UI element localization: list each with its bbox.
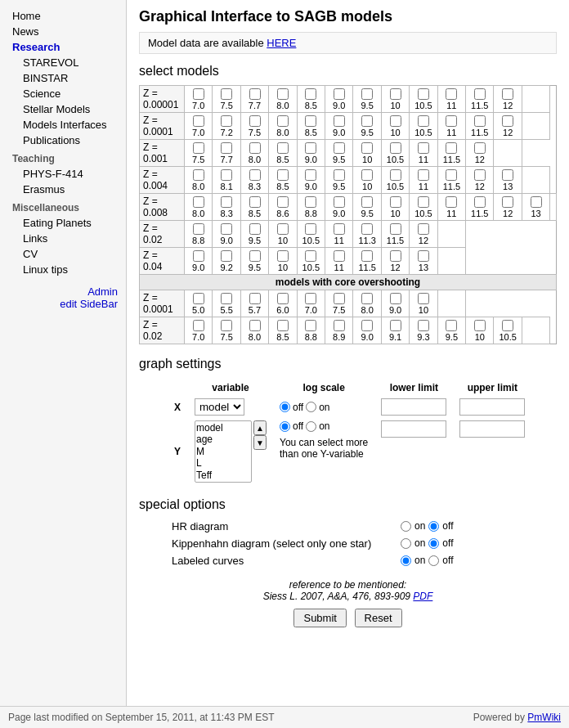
model-checkbox[interactable] — [193, 223, 204, 235]
model-checkbox[interactable] — [277, 223, 289, 235]
nav-models-interfaces[interactable]: Models Interfaces — [0, 117, 126, 133]
nav-home[interactable]: Home — [0, 8, 126, 24]
model-checkbox[interactable] — [418, 196, 429, 208]
model-checkbox[interactable] — [249, 250, 261, 262]
nav-news[interactable]: News — [0, 24, 126, 39]
nav-stellar-models[interactable]: Stellar Models — [0, 101, 126, 117]
model-checkbox[interactable] — [277, 115, 289, 127]
model-checkbox[interactable] — [193, 169, 204, 181]
model-checkbox[interactable] — [390, 293, 401, 304]
x-log-on-radio[interactable] — [306, 402, 316, 412]
model-checkbox[interactable] — [390, 320, 401, 331]
x-upper-input[interactable] — [459, 398, 525, 416]
nav-science[interactable]: Science — [0, 86, 126, 101]
model-checkbox[interactable] — [361, 88, 373, 100]
model-checkbox[interactable] — [418, 142, 429, 154]
nav-linux-tips[interactable]: Linux tips — [0, 262, 126, 277]
model-checkbox[interactable] — [249, 293, 261, 304]
model-checkbox[interactable] — [221, 320, 232, 331]
x-variable-select[interactable]: model — [195, 398, 244, 416]
y-variable-select[interactable]: model age M L Teff — [195, 420, 252, 483]
model-checkbox[interactable] — [361, 115, 373, 127]
model-checkbox[interactable] — [305, 115, 316, 127]
model-checkbox[interactable] — [334, 250, 345, 262]
model-checkbox[interactable] — [305, 88, 316, 100]
x-log-off-radio[interactable] — [280, 402, 290, 412]
model-checkbox[interactable] — [474, 142, 486, 154]
model-checkbox[interactable] — [446, 196, 457, 208]
model-checkbox[interactable] — [446, 88, 457, 100]
model-checkbox[interactable] — [418, 169, 429, 181]
pdf-link[interactable]: PDF — [413, 591, 432, 602]
model-checkbox[interactable] — [277, 169, 289, 181]
model-checkbox[interactable] — [305, 142, 316, 154]
model-checkbox[interactable] — [361, 293, 373, 304]
model-checkbox[interactable] — [390, 169, 401, 181]
nav-starevol[interactable]: STAREVOL — [0, 55, 126, 70]
model-checkbox[interactable] — [390, 196, 401, 208]
labeled-on-radio[interactable] — [401, 555, 411, 566]
model-checkbox[interactable] — [334, 169, 345, 181]
y-log-on-radio[interactable] — [306, 421, 316, 432]
model-checkbox[interactable] — [249, 169, 261, 181]
model-checkbox[interactable] — [249, 196, 261, 208]
model-checkbox[interactable] — [334, 320, 345, 331]
model-checkbox[interactable] — [193, 88, 204, 100]
model-checkbox[interactable] — [502, 196, 513, 208]
model-checkbox[interactable] — [277, 250, 289, 262]
model-checkbox[interactable] — [249, 320, 261, 331]
model-checkbox[interactable] — [249, 223, 261, 235]
model-checkbox[interactable] — [502, 88, 513, 100]
nav-binstar[interactable]: BINSTAR — [0, 70, 126, 86]
model-checkbox[interactable] — [221, 115, 232, 127]
y-log-off-radio[interactable] — [280, 421, 290, 432]
model-checkbox[interactable] — [221, 250, 232, 262]
model-checkbox[interactable] — [249, 115, 261, 127]
hr-on-radio[interactable] — [401, 521, 411, 532]
model-checkbox[interactable] — [277, 88, 289, 100]
model-checkbox[interactable] — [221, 223, 232, 235]
model-checkbox[interactable] — [446, 115, 457, 127]
model-checkbox[interactable] — [193, 320, 204, 331]
model-checkbox[interactable] — [221, 293, 232, 304]
y-lower-input[interactable] — [381, 420, 446, 438]
here-link[interactable]: HERE — [267, 37, 296, 49]
model-checkbox[interactable] — [390, 142, 401, 154]
model-checkbox[interactable] — [390, 223, 401, 235]
model-checkbox[interactable] — [193, 293, 204, 304]
model-checkbox[interactable] — [361, 169, 373, 181]
model-checkbox[interactable] — [418, 115, 429, 127]
model-checkbox[interactable] — [334, 88, 345, 100]
nav-phys[interactable]: PHYS-F-414 — [0, 166, 126, 182]
model-checkbox[interactable] — [305, 250, 316, 262]
model-checkbox[interactable] — [474, 169, 486, 181]
model-checkbox[interactable] — [305, 293, 316, 304]
model-checkbox[interactable] — [193, 196, 204, 208]
labeled-off-radio[interactable] — [428, 555, 439, 566]
model-checkbox[interactable] — [474, 88, 486, 100]
model-checkbox[interactable] — [305, 223, 316, 235]
model-checkbox[interactable] — [277, 293, 289, 304]
model-checkbox[interactable] — [334, 293, 345, 304]
edit-sidebar-link[interactable]: edit SideBar — [60, 298, 118, 310]
y-scroll-up[interactable]: ▲ — [253, 420, 267, 435]
model-checkbox[interactable] — [446, 169, 457, 181]
nav-erasmus[interactable]: Erasmus — [0, 182, 126, 197]
submit-button[interactable] — [293, 609, 346, 627]
model-checkbox[interactable] — [277, 142, 289, 154]
model-checkbox[interactable] — [474, 320, 486, 331]
model-checkbox[interactable] — [418, 223, 429, 235]
y-upper-input[interactable] — [459, 420, 525, 438]
reset-button[interactable] — [355, 609, 402, 627]
model-checkbox[interactable] — [249, 88, 261, 100]
model-checkbox[interactable] — [502, 169, 513, 181]
model-checkbox[interactable] — [305, 196, 316, 208]
model-checkbox[interactable] — [361, 250, 373, 262]
model-checkbox[interactable] — [305, 169, 316, 181]
model-checkbox[interactable] — [502, 115, 513, 127]
model-checkbox[interactable] — [249, 142, 261, 154]
model-checkbox[interactable] — [334, 142, 345, 154]
model-checkbox[interactable] — [277, 320, 289, 331]
hr-off-radio[interactable] — [428, 521, 439, 532]
model-checkbox[interactable] — [361, 196, 373, 208]
